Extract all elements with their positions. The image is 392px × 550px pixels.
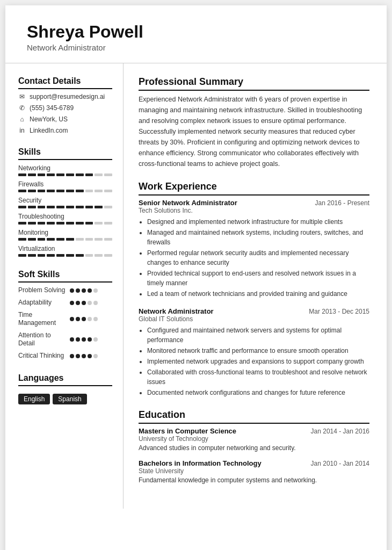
job-entry: Senior Network AdministratorJan 2016 - P… [139,199,369,299]
soft-skill-row: Critical Thinking [18,352,112,360]
jobs-container: Senior Network AdministratorJan 2016 - P… [139,199,369,397]
skill-bar-segment [56,173,64,176]
skill-bar-segment [76,238,84,241]
contact-item: inLinkedIn.com [18,127,112,134]
skill-bar-segment [66,206,74,208]
skill-name: Firewalls [18,180,112,188]
contact-section-title: Contact Details [18,76,112,89]
skill-bar-segment [56,190,64,192]
skill-bar-segment [104,222,112,225]
skill-row: Monitoring [18,229,112,241]
language-tags: EnglishSpanish [18,389,112,404]
contact-icon: in [18,127,26,134]
skill-name: Troubleshooting [18,213,112,220]
soft-skills-section-title: Soft Skills [18,270,112,283]
edu-description: Advanced studies in computer networking … [139,444,369,452]
dot [88,288,92,293]
sidebar: Contact Details ✉support@resumedesign.ai… [5,63,124,509]
contact-icon: ✆ [18,104,26,112]
dot [70,337,74,342]
skill-bar-segment [95,173,103,176]
header: Shreya Powell Network Administrator [5,5,387,63]
contact-item: ✉support@resumedesign.ai [18,93,112,100]
language-tag: Spanish [53,394,86,404]
dot [70,301,74,305]
edu-header: Bachelors in Information TechnologyJan 2… [139,459,369,467]
main-content: Professional Summary Experienced Network… [124,63,387,509]
skill-bar-segment [85,254,93,257]
skill-bar-segment [18,238,26,241]
skill-bar-segment [38,173,46,176]
dot [93,288,98,293]
skill-row: Troubleshooting [18,213,112,225]
job-bullets: Configured and maintained network server… [139,325,369,397]
dot [82,354,86,358]
resume-container: Shreya Powell Network Administrator Cont… [5,5,387,550]
contact-text: (555) 345-6789 [30,104,74,112]
dots-container [70,288,98,293]
skill-bar-segment [47,190,55,192]
job-bullet: Implemented network upgrades and expansi… [147,357,369,366]
skill-bar-segment [38,238,46,241]
skill-name: Virtualization [18,245,112,252]
languages-section-title: Languages [18,373,112,386]
skill-bar-segment [95,254,103,257]
summary-section: Professional Summary Experienced Network… [139,76,369,169]
contact-item: ✆(555) 345-6789 [18,104,112,112]
summary-section-title: Professional Summary [139,76,369,91]
soft-skill-name: Attention to Detail [18,331,67,348]
language-tag: English [18,394,50,404]
skill-bar-segment [38,206,46,208]
contact-icon: ⌂ [18,115,26,123]
job-bullet: Collaborated with cross-functional teams… [147,367,369,387]
skill-bar-segment [47,206,55,208]
skill-bar [18,190,112,192]
skill-bar-segment [56,254,64,257]
dot [70,354,74,358]
soft-skill-name: Adaptability [18,299,67,307]
skill-bar-segment [66,238,74,241]
dot [88,301,92,305]
dot [76,354,80,358]
dot [88,354,92,358]
skill-bar [18,238,112,241]
job-date: Mar 2013 - Dec 2015 [309,308,369,315]
skill-bars: NetworkingFirewallsSecurityTroubleshooti… [18,164,112,257]
skill-bar-segment [104,173,112,176]
edu-entry: Bachelors in Information TechnologyJan 2… [139,459,369,484]
edu-school: State University [139,467,369,475]
skill-bar-segment [28,173,36,176]
skill-bar-segment [47,222,55,225]
skill-bar-segment [56,238,64,241]
skill-bar-segment [66,254,74,257]
dot [70,317,74,321]
skill-bar-segment [66,173,74,176]
dot [93,317,98,321]
soft-skill-name: Time Management [18,311,67,328]
dot [76,337,80,342]
skill-bar [18,206,112,208]
soft-skill-row: Attention to Detail [18,331,112,348]
edu-degree: Masters in Computer Science [139,427,236,435]
soft-skills-section: Soft Skills Problem SolvingAdaptabilityT… [18,270,112,360]
edu-header: Masters in Computer ScienceJan 2014 - Ja… [139,427,369,435]
skill-bar-segment [18,222,26,225]
contact-text: support@resumedesign.ai [30,93,105,100]
skill-bar-segment [104,254,112,257]
job-title: Senior Network Administrator [139,199,237,207]
dot [93,337,98,342]
dot [76,288,80,293]
contact-icon: ✉ [18,93,26,100]
skill-bar-segment [66,190,74,192]
work-experience-section: Work Experience Senior Network Administr… [139,181,369,397]
work-experience-title: Work Experience [139,181,369,196]
education-container: Masters in Computer ScienceJan 2014 - Ja… [139,427,369,484]
skill-bar-segment [95,238,103,241]
dots-container [70,337,98,342]
skill-bar-segment [28,190,36,192]
skill-bar-segment [38,254,46,257]
skill-bar-segment [66,222,74,225]
dot [88,337,92,342]
job-date: Jan 2016 - Present [315,199,369,207]
dot [82,317,86,321]
